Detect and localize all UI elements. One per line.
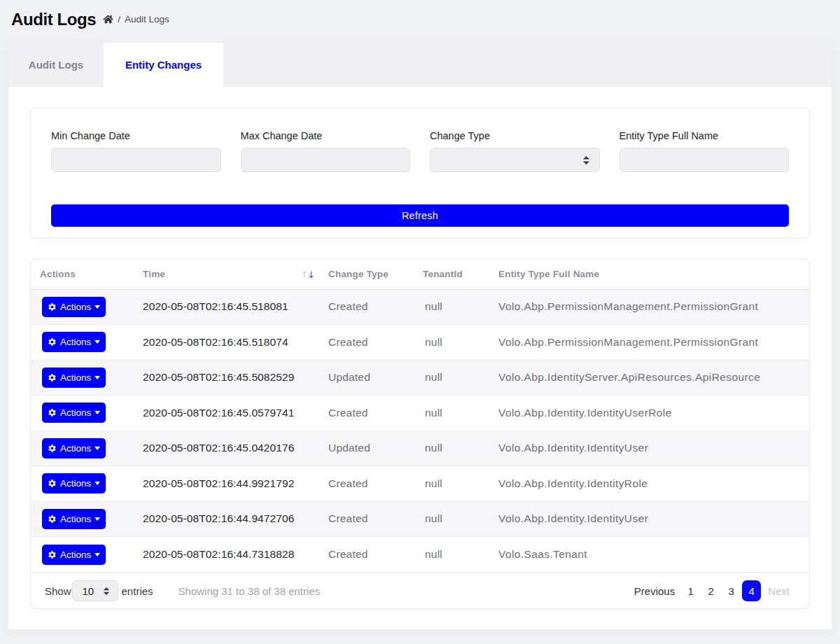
entity-changes-table: Actions Time ↑↓ Change Type TenantId Ent… (31, 260, 809, 572)
caret-down-icon (94, 411, 100, 414)
entity-type-full-name-input[interactable] (620, 148, 790, 172)
cell-time: 2020-05-08T02:16:45.518081 (134, 289, 319, 325)
filter-field-change-type: Change Type (430, 131, 600, 172)
column-header-actions: Actions (31, 260, 134, 289)
row-actions-button[interactable]: Actions (42, 473, 106, 493)
change-type-label: Change Type (430, 131, 600, 141)
cell-tenant-id: null (414, 289, 489, 325)
row-actions-button[interactable]: Actions (42, 332, 106, 352)
cell-actions: Actions (31, 466, 134, 502)
cell-tenant-id: null (414, 325, 489, 360)
pagination-pages: 1234 (680, 580, 762, 601)
row-actions-button[interactable]: Actions (42, 402, 106, 423)
pagination-previous[interactable]: Previous (634, 580, 675, 601)
refresh-button[interactable]: Refresh (51, 204, 789, 227)
cell-tenant-id: null (414, 430, 489, 466)
cell-change-type: Created (319, 466, 414, 502)
column-header-time[interactable]: Time ↑↓ (134, 260, 319, 289)
cell-change-type: Updated (319, 430, 414, 466)
caret-down-icon (94, 517, 100, 521)
actions-button-label: Actions (60, 302, 91, 312)
column-header-tenantid[interactable]: TenantId (414, 260, 489, 289)
cell-entity-type: Volo.Abp.Identity.IdentityUser (489, 430, 809, 466)
cell-actions: Actions (31, 430, 134, 466)
pagination: Previous 1234 Next (634, 580, 790, 601)
entity-type-full-name-label: Entity Type Full Name (620, 131, 790, 141)
table-card: Actions Time ↑↓ Change Type TenantId Ent… (30, 259, 810, 609)
max-change-date-input[interactable] (241, 148, 411, 172)
gear-icon (48, 444, 57, 453)
cell-actions: Actions (31, 501, 134, 537)
cell-tenant-id: null (414, 501, 489, 537)
row-actions-button[interactable]: Actions (42, 545, 106, 565)
filter-card: Min Change Date Max Change Date Change T… (30, 108, 810, 239)
cell-actions: Actions (31, 396, 134, 431)
caret-down-icon (94, 553, 100, 556)
filter-field-max-change-date: Max Change Date (241, 131, 411, 172)
cell-change-type: Created (319, 289, 414, 325)
home-icon[interactable] (103, 15, 113, 24)
cell-tenant-id: null (414, 537, 489, 573)
gear-icon (48, 302, 57, 312)
page-size-value: 10 (83, 585, 94, 597)
column-header-entity-type-full-name[interactable]: Entity Type Full Name (489, 260, 809, 289)
actions-button-label: Actions (60, 550, 91, 560)
tab-entity-changes[interactable]: Entity Changes (104, 43, 223, 87)
tab-audit-logs[interactable]: Audit Logs (8, 43, 104, 87)
actions-button-label: Actions (60, 514, 91, 524)
table-row: Actions2020-05-08T02:16:45.0420176Update… (31, 430, 809, 466)
row-actions-button[interactable]: Actions (42, 438, 106, 458)
table-row: Actions2020-05-08T02:16:44.9921792Create… (31, 466, 809, 502)
table-body: Actions2020-05-08T02:16:45.518081Created… (31, 289, 809, 572)
breadcrumb-separator: / (118, 14, 120, 24)
cell-change-type: Created (319, 325, 414, 360)
cell-time: 2020-05-08T02:16:45.5082529 (134, 360, 319, 396)
pagination-next[interactable]: Next (768, 580, 790, 601)
actions-button-label: Actions (60, 407, 91, 418)
table-row: Actions2020-05-08T02:16:44.9472706Create… (31, 501, 809, 537)
pagination-page-2[interactable]: 2 (701, 580, 720, 601)
cell-time: 2020-05-08T02:16:45.0579741 (134, 396, 319, 431)
caret-down-icon (94, 482, 100, 485)
breadcrumb: / Audit Logs (103, 14, 169, 24)
cell-entity-type: Volo.Abp.Identity.IdentityUserRole (489, 396, 809, 431)
row-actions-button[interactable]: Actions (42, 368, 106, 388)
actions-button-label: Actions (60, 443, 91, 454)
change-type-select[interactable] (430, 148, 600, 172)
row-actions-button[interactable]: Actions (42, 509, 106, 529)
row-actions-button[interactable]: Actions (42, 297, 106, 317)
table-info-status: Showing 31 to 38 of 38 entries (178, 585, 321, 597)
cell-time: 2020-05-08T02:16:44.7318828 (134, 537, 319, 573)
caret-down-icon (94, 376, 100, 379)
max-change-date-label: Max Change Date (241, 131, 411, 141)
table-row: Actions2020-05-08T02:16:45.0579741Create… (31, 396, 809, 431)
tab-content: Min Change Date Max Change Date Change T… (8, 87, 832, 629)
cell-entity-type: Volo.Abp.PermissionManagement.Permission… (489, 289, 809, 325)
cell-time: 2020-05-08T02:16:44.9472706 (134, 501, 319, 537)
pagination-page-3[interactable]: 3 (722, 580, 741, 601)
gear-icon (48, 337, 57, 346)
cell-time: 2020-05-08T02:16:44.9921792 (134, 466, 319, 502)
page-size-select[interactable]: 10 (72, 580, 118, 601)
column-header-change-type[interactable]: Change Type (319, 260, 414, 289)
cell-actions: Actions (31, 360, 134, 396)
sort-icon[interactable]: ↑↓ (300, 269, 314, 279)
cell-actions: Actions (31, 537, 134, 573)
main-card: Audit Logs Entity Changes Min Change Dat… (8, 43, 832, 629)
page-header: Audit Logs / Audit Logs (0, 0, 840, 43)
actions-button-label: Actions (60, 372, 91, 383)
min-change-date-input[interactable] (51, 148, 221, 172)
breadcrumb-current: Audit Logs (125, 14, 169, 24)
cell-entity-type: Volo.Abp.IdentityServer.ApiResources.Api… (489, 360, 809, 396)
cell-change-type: Updated (319, 360, 414, 396)
min-change-date-label: Min Change Date (51, 131, 221, 141)
pagination-page-4[interactable]: 4 (742, 580, 761, 601)
table-row: Actions2020-05-08T02:16:44.7318828Create… (31, 537, 809, 573)
tab-bar: Audit Logs Entity Changes (8, 43, 832, 87)
caret-down-icon (94, 447, 100, 450)
actions-button-label: Actions (60, 337, 91, 347)
filter-row: Min Change Date Max Change Date Change T… (51, 131, 789, 172)
pagination-page-1[interactable]: 1 (681, 580, 700, 601)
gear-icon (48, 514, 57, 524)
gear-icon (48, 408, 57, 417)
